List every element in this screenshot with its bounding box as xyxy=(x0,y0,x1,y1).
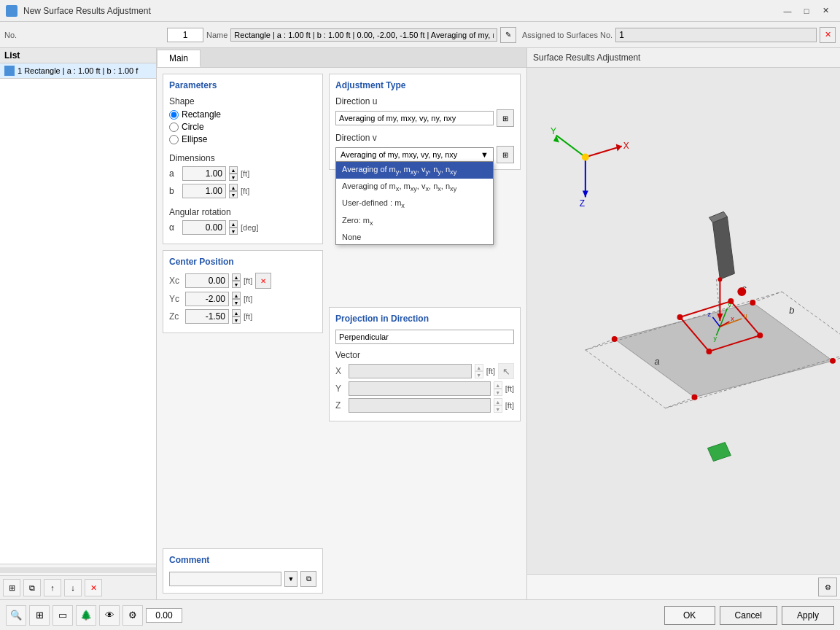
comment-copy-button[interactable]: ⧉ xyxy=(300,571,316,587)
dim-b-input[interactable] xyxy=(182,184,226,198)
dropdown-option-zero-mx[interactable]: Zero: mx xyxy=(336,213,493,230)
dim-a-unit: [ft] xyxy=(241,169,249,178)
comment-input[interactable] xyxy=(169,572,281,586)
vector-y-input xyxy=(349,381,491,396)
yc-spinner[interactable]: ▲ ▼ xyxy=(232,292,241,306)
dim-a-down[interactable]: ▼ xyxy=(229,174,238,181)
alpha-up[interactable]: ▲ xyxy=(229,220,238,228)
dim-b-spinner[interactable]: ▲ ▼ xyxy=(229,184,238,198)
move-up-button[interactable]: ↑ xyxy=(44,579,61,596)
close-button[interactable]: ✕ xyxy=(817,4,834,18)
svg-text:v: v xyxy=(728,300,731,308)
shape-rectangle-radio[interactable] xyxy=(169,110,179,120)
no-input[interactable] xyxy=(167,28,203,42)
list-item[interactable]: 1 Rectangle | a : 1.00 ft | b : 1.00 f xyxy=(0,63,156,79)
direction-v-dropdown-list: Averaging of my, mxy, vy, ny, nxy Averag… xyxy=(335,161,494,245)
svg-point-49 xyxy=(737,287,746,296)
direction-u-select[interactable]: Averaging of my, mxy, vy, ny, nxy Averag… xyxy=(335,111,494,125)
assigned-label: Assigned to Surfaces No. xyxy=(522,31,612,39)
shape-rectangle-label: Rectangle xyxy=(182,109,221,120)
alpha-down[interactable]: ▼ xyxy=(229,228,238,235)
dim-a-spinner[interactable]: ▲ ▼ xyxy=(229,166,238,181)
yc-down[interactable]: ▼ xyxy=(232,299,241,306)
list-toolbar: ⊞ ⧉ ↑ ↓ ✕ xyxy=(0,575,156,599)
direction-v-settings-button[interactable]: ⊞ xyxy=(497,146,514,163)
dropdown-option-avg-my[interactable]: Averaging of my, mxy, vy, ny, nxy xyxy=(336,162,493,179)
shape-circle-radio[interactable] xyxy=(169,122,179,132)
eye-button[interactable]: 👁 xyxy=(99,605,120,626)
tab-bar: Main xyxy=(157,48,526,68)
svg-text:x: x xyxy=(731,315,734,322)
copy-button[interactable]: ⧉ xyxy=(23,579,41,596)
xc-down[interactable]: ▼ xyxy=(232,281,241,288)
viewport-toolbar: ⚙ xyxy=(527,574,840,599)
zc-spinner[interactable]: ▲ ▼ xyxy=(232,309,241,324)
dim-a-up[interactable]: ▲ xyxy=(229,166,238,174)
assigned-clear-button[interactable]: ✕ xyxy=(820,27,836,43)
rect-button[interactable]: ▭ xyxy=(52,605,73,626)
xc-pick-button[interactable]: ✕ xyxy=(255,273,271,289)
direction-u-settings-button[interactable]: ⊞ xyxy=(497,109,514,127)
zc-input[interactable] xyxy=(185,309,229,324)
svg-text:X: X xyxy=(623,141,629,151)
dim-a-input[interactable] xyxy=(182,166,226,181)
projection-select[interactable]: Perpendicular X Y Z xyxy=(335,330,514,344)
center-position-section: Center Position Xc ▲ ▼ [ft] ✕ xyxy=(163,250,323,333)
minimize-button[interactable]: — xyxy=(779,4,796,18)
cancel-button[interactable]: Cancel xyxy=(720,606,777,625)
dropdown-option-none[interactable]: None xyxy=(336,230,493,244)
comment-dropdown-button[interactable]: ▼ xyxy=(284,571,298,587)
maximize-button[interactable]: □ xyxy=(798,4,815,18)
xc-unit: [ft] xyxy=(244,276,252,285)
direction-v-dropdown-header[interactable]: Averaging of my, mxy, vy, ny, nxy ▼ xyxy=(336,148,493,161)
delete-button[interactable]: ✕ xyxy=(85,579,102,596)
direction-v-label: Direction v xyxy=(335,133,514,143)
dim-b-up[interactable]: ▲ xyxy=(229,184,238,191)
alpha-label: α xyxy=(169,222,179,233)
tree-button[interactable]: 🌲 xyxy=(76,605,96,626)
parameters-section: Parameters Shape Rectangle Ci xyxy=(163,74,323,244)
xc-spinner[interactable]: ▲ ▼ xyxy=(232,273,241,288)
dim-b-down[interactable]: ▼ xyxy=(229,191,238,198)
table-button[interactable]: ⊞ xyxy=(29,605,50,626)
name-input[interactable] xyxy=(230,28,497,42)
dropdown-option-avg-mx[interactable]: Averaging of mx, mxy, vx, nx, nxy xyxy=(336,179,493,195)
vector-x-input xyxy=(349,364,472,378)
svg-point-20 xyxy=(612,336,618,342)
viewport-area[interactable]: Y X Z xyxy=(527,68,840,574)
vector-x-spinner: ▲ ▼ xyxy=(475,364,483,378)
yc-up[interactable]: ▲ xyxy=(232,292,241,299)
apply-button[interactable]: Apply xyxy=(782,606,834,625)
dim-a-label: a xyxy=(169,168,179,179)
zc-up[interactable]: ▲ xyxy=(232,309,241,316)
zc-down[interactable]: ▼ xyxy=(232,316,241,324)
vector-y-up: ▲ xyxy=(494,381,502,389)
viewport-settings-button[interactable]: ⚙ xyxy=(818,578,837,596)
yc-input[interactable] xyxy=(185,292,229,306)
search-button[interactable]: 🔍 xyxy=(6,605,26,626)
svg-point-23 xyxy=(691,394,697,400)
xc-up[interactable]: ▲ xyxy=(232,273,241,281)
svg-point-28 xyxy=(706,349,712,354)
tab-main[interactable]: Main xyxy=(157,50,201,67)
add-button[interactable]: ⊞ xyxy=(3,579,20,596)
assigned-input[interactable] xyxy=(615,28,817,42)
settings-button[interactable]: ⚙ xyxy=(122,605,143,626)
xc-input[interactable] xyxy=(185,273,229,288)
alpha-input[interactable] xyxy=(182,220,226,235)
shape-ellipse-radio[interactable] xyxy=(169,135,179,144)
vector-y-spinner: ▲ ▼ xyxy=(494,381,502,396)
vector-z-input xyxy=(349,398,491,413)
svg-point-10 xyxy=(582,154,589,161)
vector-x-label: X xyxy=(335,366,346,376)
dropdown-option-user-defined[interactable]: User-defined : mx xyxy=(336,195,493,212)
edit-name-button[interactable]: ✎ xyxy=(500,27,516,43)
move-down-button[interactable]: ↓ xyxy=(64,579,82,596)
direction-v-selected-text: Averaging of my, mxy, vy, ny, nxy xyxy=(341,150,457,159)
svg-point-21 xyxy=(750,300,755,306)
dim-b-unit: [ft] xyxy=(241,187,249,195)
ok-button[interactable]: OK xyxy=(664,606,715,625)
dim-b-label: b xyxy=(169,186,179,196)
xc-label: Xc xyxy=(169,276,182,286)
alpha-spinner[interactable]: ▲ ▼ xyxy=(229,220,238,235)
